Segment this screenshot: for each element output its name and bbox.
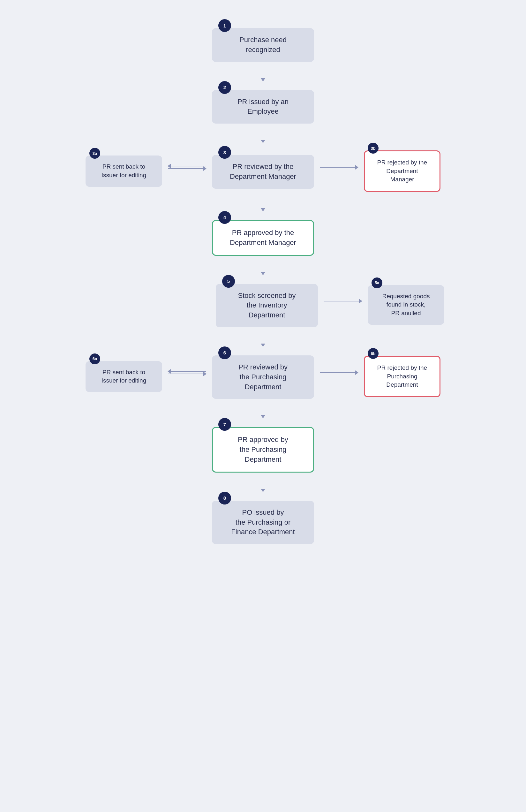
step-5a-wrapper: 5a Requested goods found in stock, PR an… xyxy=(368,277,444,325)
step-4-wrapper: 4 PR approved by the Department Manager xyxy=(212,211,314,256)
step-3a-wrapper: 3a PR sent back to Issuer for editing xyxy=(86,148,162,187)
arrow-right-5a xyxy=(324,301,362,301)
step-5-wrapper: 5 Stock screened by the Inventory Depart… xyxy=(216,275,318,327)
step-8-wrapper: 8 PO issued by the Purchasing or Finance… xyxy=(212,492,314,544)
step-3-wrapper: 3 PR reviewed by the Department Manager xyxy=(212,146,314,189)
badge-5a: 5a xyxy=(371,277,382,288)
arrow-5-6 xyxy=(263,327,263,346)
arrow-3-4 xyxy=(263,192,263,211)
box-6: PR reviewed by the Purchasing Department xyxy=(212,356,314,399)
arrow-right-6b xyxy=(320,372,358,373)
badge-6a: 6a xyxy=(89,353,100,364)
arrow-4-5 xyxy=(263,256,263,275)
step-5-section: 5 Stock screened by the Inventory Depart… xyxy=(0,275,526,327)
arrow-left-6 xyxy=(168,371,206,372)
step-1-wrapper: 1 Purchase need recognized xyxy=(212,19,314,62)
step-2-wrapper: 2 PR issued by an Employee xyxy=(212,81,314,124)
step-6b-wrapper: 6b PR rejected by the Purchasing Departm… xyxy=(364,348,440,397)
box-1: Purchase need recognized xyxy=(212,28,314,62)
step-3-section: 3a PR sent back to Issuer for editing 3 … xyxy=(0,143,526,192)
box-4: PR approved by the Department Manager xyxy=(212,220,314,256)
arrow-6-7 xyxy=(263,399,263,418)
step-6-section: 6a PR sent back to Issuer for editing 6 … xyxy=(0,346,526,399)
box-8: PO issued by the Purchasing or Finance D… xyxy=(212,501,314,544)
step-7-wrapper: 7 PR approved by the Purchasing Departme… xyxy=(212,418,314,472)
arrows-3-3b xyxy=(320,167,358,168)
arrows-6-6b xyxy=(320,372,358,373)
arrows-3-3a xyxy=(168,166,206,169)
arrow-left-1 xyxy=(168,166,206,166)
box-3a: PR sent back to Issuer for editing xyxy=(86,156,162,187)
badge-3: 3 xyxy=(218,146,231,159)
badge-6b: 6b xyxy=(368,348,379,359)
badge-6: 6 xyxy=(218,346,231,359)
badge-4: 4 xyxy=(218,211,231,224)
arrows-5-5a xyxy=(324,301,362,301)
badge-2: 2 xyxy=(218,81,231,94)
flowchart: 1 Purchase need recognized 2 PR issued b… xyxy=(0,19,526,544)
arrow-right-2 xyxy=(320,167,358,168)
arrow-7-8 xyxy=(263,473,263,492)
step-6-wrapper: 6 PR reviewed by the Purchasing Departme… xyxy=(212,346,314,399)
badge-5: 5 xyxy=(222,275,235,288)
step-6a-wrapper: 6a PR sent back to Issuer for editing xyxy=(86,353,162,392)
box-7: PR approved by the Purchasing Department xyxy=(212,427,314,472)
step-3b-wrapper: 3b PR rejected by the Department Manager xyxy=(364,143,440,192)
badge-1: 1 xyxy=(218,19,231,32)
box-2: PR issued by an Employee xyxy=(212,90,314,124)
box-3: PR reviewed by the Department Manager xyxy=(212,155,314,189)
badge-8: 8 xyxy=(218,492,231,505)
box-6b: PR rejected by the Purchasing Department xyxy=(364,356,440,397)
arrow-right-6 xyxy=(168,374,206,374)
arrow-1-2 xyxy=(263,62,263,81)
badge-3b: 3b xyxy=(368,143,379,154)
box-5: Stock screened by the Inventory Departme… xyxy=(216,284,318,327)
arrows-6-6a xyxy=(168,371,206,374)
arrow-right-1 xyxy=(168,168,206,169)
box-5a: Requested goods found in stock, PR anull… xyxy=(368,285,444,325)
box-6a: PR sent back to Issuer for editing xyxy=(86,361,162,392)
arrow-2-3 xyxy=(263,124,263,143)
box-3b: PR rejected by the Department Manager xyxy=(364,150,440,192)
